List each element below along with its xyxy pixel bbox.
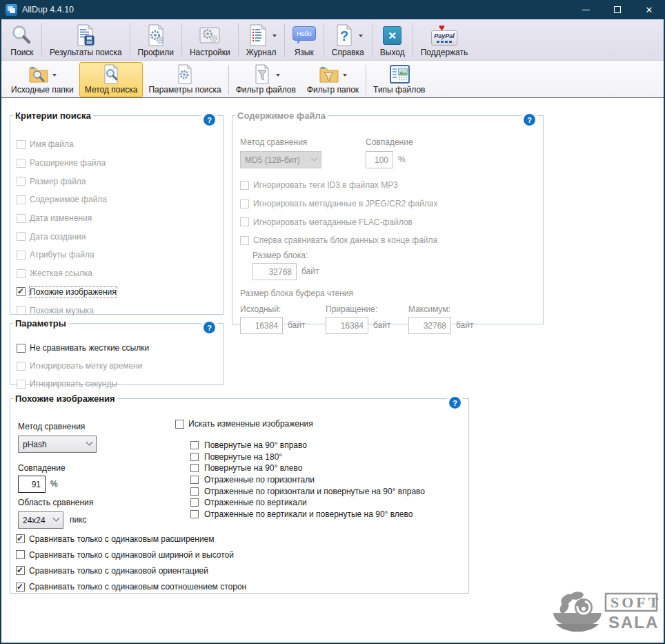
toolbar-button-profiles[interactable]: Профили bbox=[132, 21, 180, 60]
compare-method-select[interactable]: pHash bbox=[18, 436, 97, 453]
toolbar-button-folder-filter[interactable]: Фильтр папок bbox=[301, 62, 364, 97]
help-button[interactable]: ? bbox=[201, 322, 217, 333]
checkbox-label: Не сравнивать жесткие ссылки bbox=[30, 343, 149, 353]
toolbar-button-search-method[interactable]: Метод поиска bbox=[79, 62, 143, 97]
help-button[interactable]: ? bbox=[201, 114, 217, 126]
checkbox-box[interactable] bbox=[175, 420, 184, 429]
chevron-down-icon[interactable] bbox=[343, 74, 347, 77]
checkbox-mirrored-vertical-rotated-90-left[interactable]: Отраженные по вертикали и повернутые на … bbox=[190, 509, 425, 520]
compare-area-value: 24x24 bbox=[23, 516, 54, 525]
checkbox-box[interactable] bbox=[190, 487, 199, 496]
checkbox-label: Отраженные по горизонтали и повернутые н… bbox=[204, 487, 425, 496]
checkbox-mirrored-vertical[interactable]: Отраженные по вертикали bbox=[190, 497, 425, 509]
toolbar-button-search-results[interactable]: Результаты поиска bbox=[43, 21, 128, 60]
checkbox-box[interactable] bbox=[190, 476, 199, 484]
chevron-down-icon bbox=[311, 155, 318, 162]
checkbox-mirrored-horizontal[interactable]: Отраженные по горизонтали bbox=[190, 474, 425, 486]
exit-icon: ✕ bbox=[383, 26, 401, 45]
checkbox-rotated-90-left[interactable]: Повернутые на 90° влево bbox=[190, 462, 425, 474]
checkbox-label: Жесткая ссылка bbox=[30, 269, 92, 278]
group-parameters: Параметры ? Не сравнивать жесткие ссылки… bbox=[10, 318, 224, 385]
checkbox-box[interactable] bbox=[190, 510, 199, 518]
checkbox-box[interactable] bbox=[16, 534, 25, 543]
checkbox-label: Искать измененые изображения bbox=[188, 419, 313, 429]
toolbar-button-language[interactable]: Hello Язык bbox=[286, 21, 322, 60]
bytes-unit: байт bbox=[373, 320, 390, 330]
checkbox-label: Имя файла bbox=[30, 139, 74, 149]
chevron-down-icon[interactable] bbox=[359, 35, 363, 37]
minimize-button[interactable] bbox=[570, 0, 602, 19]
checkbox-label: Отраженные по горизонтали bbox=[204, 475, 315, 485]
toolbar-button-file-types[interactable]: Типы файлов bbox=[368, 62, 430, 97]
checkbox-same-width-height[interactable]: Сравнивать только с одинаковой шириной и… bbox=[16, 547, 246, 563]
checkbox-similar-images[interactable]: Похожие изображения bbox=[17, 283, 220, 302]
checkbox-rotated-180[interactable]: Повернутые на 180° bbox=[190, 451, 425, 463]
checkbox-similar-music: Похожая музыка bbox=[17, 301, 220, 320]
buffer-maximum-input bbox=[408, 317, 451, 334]
checkbox-label: Содержимое файла bbox=[30, 195, 107, 204]
file-types-icon bbox=[388, 64, 410, 84]
toolbar-button-exit[interactable]: ✕ Выход bbox=[374, 21, 411, 60]
group-file-content: Содержимое файла ? Метод сравнения MD5 (… bbox=[232, 110, 544, 324]
toolbar-button-file-filter[interactable]: Фильтр файлов bbox=[230, 62, 301, 97]
checkbox-no-hardlink-compare[interactable]: Не сравнивать жесткие ссылки bbox=[17, 339, 220, 357]
buffer-initial-label: Исходный: bbox=[240, 304, 281, 314]
paypal-badge-text: PayPal bbox=[434, 33, 455, 39]
checkbox-box[interactable] bbox=[190, 441, 199, 449]
checkbox-box[interactable] bbox=[190, 498, 199, 507]
checkbox-label: Сравнивать только с одинаковой ориентаци… bbox=[29, 566, 208, 576]
help-button[interactable]: ? bbox=[447, 397, 463, 409]
compare-area-select[interactable]: 24x24 bbox=[18, 511, 63, 529]
pixels-unit: пикс bbox=[70, 515, 87, 525]
toolbar-button-help[interactable]: ? Справка bbox=[326, 21, 370, 60]
profiles-icon bbox=[144, 24, 168, 46]
checkbox-box[interactable] bbox=[16, 583, 25, 592]
checkbox-file-attributes: Атрибуты файла bbox=[17, 246, 220, 264]
maximize-button[interactable] bbox=[602, 0, 633, 19]
checkbox-rotated-90-right[interactable]: Повернутые на 90° вправо bbox=[190, 440, 425, 451]
help-icon: ? bbox=[332, 24, 356, 46]
chevron-down-icon[interactable] bbox=[276, 74, 280, 77]
checkbox-find-modified[interactable]: Искать измененые изображения bbox=[175, 419, 313, 429]
checkbox-same-extension[interactable]: Сравнивать только с одинаковым расширени… bbox=[16, 531, 246, 547]
checkbox-date-modified: Дата изменения bbox=[17, 209, 220, 228]
toolbar-button-journal[interactable]: Журнал bbox=[240, 21, 283, 60]
checkbox-box[interactable] bbox=[17, 344, 26, 353]
checkbox-same-orientation[interactable]: Сравнивать только с одинаковой ориентаци… bbox=[16, 563, 246, 578]
toolbar-button-source-folders[interactable]: Исходные папки bbox=[6, 62, 79, 97]
checkbox-hard-link: Жесткая ссылка bbox=[17, 264, 220, 283]
toolbar-label: Фильтр файлов bbox=[236, 85, 296, 95]
checkbox-mirrored-horizontal-rotated-90-right[interactable]: Отраженные по горизонтали и повернутые н… bbox=[190, 485, 425, 497]
search-icon bbox=[10, 24, 34, 46]
toolbar-button-search-options[interactable]: Параметры поиска bbox=[143, 62, 226, 97]
checkbox-box bbox=[17, 232, 26, 241]
toolbar-button-settings[interactable]: Настройки bbox=[183, 21, 237, 60]
help-button[interactable]: ? bbox=[522, 114, 537, 126]
maximize-icon bbox=[614, 6, 621, 13]
buffer-title: Размер блока буфера чтения bbox=[240, 289, 353, 298]
chevron-down-icon[interactable] bbox=[272, 35, 277, 37]
group-title-text: Параметры bbox=[15, 318, 66, 329]
checkbox-box[interactable] bbox=[16, 566, 25, 575]
help-icon: ? bbox=[449, 397, 461, 409]
title-bar: AllDup 4.4.10 ✕ bbox=[0, 0, 665, 19]
chevron-down-icon[interactable] bbox=[52, 74, 57, 77]
checkbox-box[interactable] bbox=[190, 453, 199, 461]
softsalad-line2: SALAD bbox=[608, 613, 659, 632]
checkbox-box bbox=[240, 217, 249, 226]
checkbox-file-extension: Расширение файла bbox=[17, 154, 220, 173]
checkbox-compare-end-block: Сперва сравнивать блок данных в конце фа… bbox=[240, 231, 438, 250]
checkbox-box[interactable] bbox=[17, 287, 26, 296]
checkbox-same-aspect-ratio[interactable]: Сравнивать только с одинаковым соотношен… bbox=[16, 579, 246, 595]
close-button[interactable]: ✕ bbox=[633, 0, 665, 19]
match-input[interactable] bbox=[18, 476, 46, 493]
toolbar-label: Результаты поиска bbox=[50, 48, 122, 57]
separator bbox=[130, 23, 130, 57]
checkbox-box[interactable] bbox=[190, 464, 199, 472]
checkbox-box bbox=[17, 195, 26, 204]
toolbar-button-search[interactable]: Поиск bbox=[4, 21, 40, 60]
checkbox-label: Повернутые на 90° вправо bbox=[204, 440, 307, 450]
checkbox-label: Расширение файла bbox=[30, 158, 106, 168]
checkbox-box[interactable] bbox=[16, 550, 25, 559]
toolbar-button-donate[interactable]: ♥ PayPal Поддержать bbox=[415, 21, 475, 60]
